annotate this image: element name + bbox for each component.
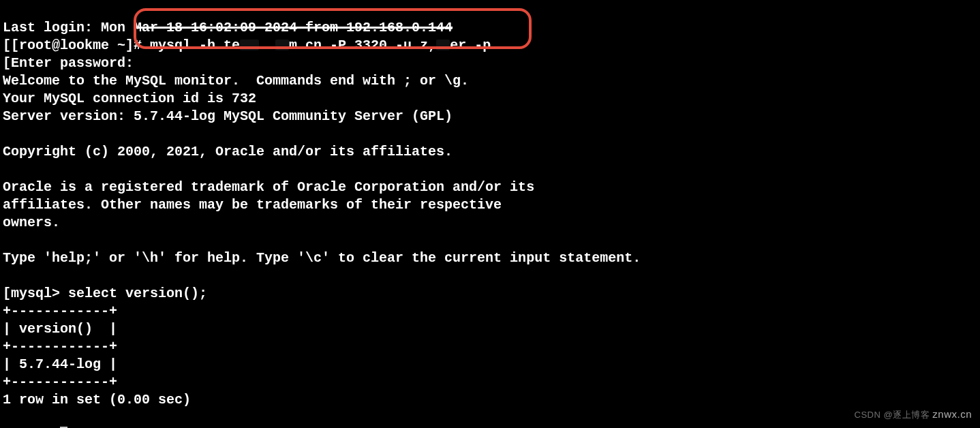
redacted-user [436, 40, 450, 50]
last-login-datetime: Mar 18 16:02:09 2024 from 192.168.0.144 [134, 20, 453, 35]
trademark-line3: owners. [3, 215, 60, 230]
table-header: | version() | [3, 321, 117, 337]
welcome-line: Welcome to the MySQL monitor. Commands e… [3, 73, 469, 89]
select-version-query: [mysql> select version(); [3, 286, 207, 301]
watermark: CSDN @逐上博客 znwx.cn [855, 406, 972, 424]
server-version: Server version: 5.7.44-log MySQL Communi… [3, 108, 453, 124]
terminal-output[interactable]: Last login: Mon Mar 18 16:02:09 2024 fro… [0, 0, 980, 428]
redact-sep: , [428, 37, 436, 53]
row-count: 1 row in set (0.00 sec) [3, 392, 191, 408]
watermark-blog: znwx.cn [932, 408, 972, 420]
redacted-host2 [275, 40, 289, 50]
last-login-prefix: Last login: Mon [3, 20, 134, 35]
mysql-command-part1: mysql -h te [150, 37, 240, 53]
table-border: +------------+ [3, 339, 117, 354]
watermark-csdn: CSDN @逐上博客 [855, 410, 930, 420]
mysql-command-part2: m.cn -P 3320 -u z [289, 37, 428, 53]
trademark-line1: Oracle is a registered trademark of Orac… [3, 179, 534, 195]
table-border: +------------+ [3, 303, 117, 319]
copyright-line: Copyright (c) 2000, 2021, Oracle and/or … [3, 144, 453, 159]
shell-prompt: [[root@lookme ~]# [3, 37, 150, 53]
table-row: | 5.7.44-log | [3, 356, 117, 372]
redact-gap: . [259, 37, 275, 53]
table-border: +------------+ [3, 374, 117, 390]
mysql-command-part3: er -p [450, 37, 491, 53]
redacted-host [240, 40, 259, 50]
connection-id: Your MySQL connection id is 732 [3, 91, 256, 106]
enter-password: [Enter password: [3, 55, 134, 71]
help-line: Type 'help;' or '\h' for help. Type '\c'… [3, 250, 641, 266]
trademark-line2: affiliates. Other names may be trademark… [3, 197, 502, 213]
